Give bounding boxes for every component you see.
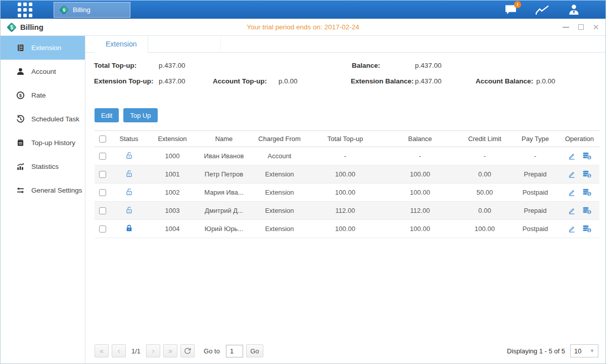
row-checkbox[interactable] [99,189,106,196]
chevron-down-icon: ▼ [590,348,594,353]
task-tab-label: Billing [73,6,90,14]
goto-page-input[interactable] [226,345,243,357]
table-row[interactable]: 1004 Юрий Юрь... Extension 100.00 100.00… [95,220,599,238]
svg-text:$: $ [10,24,13,30]
cell-pay-type: - [511,147,560,165]
tab-extension[interactable]: Extension [95,36,148,53]
window-title: Billing [20,23,43,31]
notebook-icon [16,139,25,147]
table-row[interactable]: 1003 Дмитрий Д... Extension 112.00 112.0… [95,202,599,220]
cell-charged-from: Extension [250,184,309,202]
coins-icon: $ [582,170,592,178]
prev-page-button[interactable]: ‹ [112,344,126,357]
cell-name: Юрий Юрь... [198,220,250,238]
top-up-row-button[interactable]: $ [582,206,592,215]
cell-total-topup: - [309,147,382,165]
billing-app-icon: $ [7,22,17,32]
sidebar-item-extension[interactable]: Extension [1,36,85,60]
extension-topup-value: p.437.00 [159,77,185,85]
cell-total-topup: 100.00 [309,220,382,238]
history-clock-icon [16,115,25,123]
edit-row-button[interactable] [568,189,576,197]
billing-summary: Total Top-up: p.437.00 Balance: p.437.00… [85,62,605,101]
sidebar-item-statistics[interactable]: Statistics [1,155,85,178]
account-topup-value: p.0.00 [278,77,298,85]
cell-balance: 100.00 [382,220,458,238]
cell-charged-from: Extension [250,165,309,184]
app-launcher-grid-icon[interactable] [18,3,32,17]
maximize-icon[interactable] [577,24,584,31]
row-checkbox[interactable] [99,153,106,160]
go-button[interactable]: Go [246,344,263,357]
sidebar-item-label: Account [31,68,56,75]
resource-monitor-button[interactable] [535,4,549,16]
edit-row-button[interactable] [568,207,576,215]
next-page-button[interactable]: › [146,344,160,357]
cell-extension: 1001 [147,165,198,184]
notification-badge: ! [514,1,521,8]
select-all-checkbox[interactable] [99,135,106,143]
cell-pay-type: Postpaid [511,220,560,238]
window-title-bar: $ Billing Your trial period ends on: 201… [1,19,605,36]
row-checkbox[interactable] [99,225,106,233]
edit-row-button[interactable] [568,170,576,178]
notifications-button[interactable]: ! [504,4,517,16]
pencil-icon [568,170,576,178]
status-unlocked-icon [125,206,133,214]
table-header-row: Status Extension Name Charged From Total… [95,131,599,147]
cell-total-topup: 112.00 [309,202,382,220]
cell-total-topup: 100.00 [309,184,382,202]
top-up-row-button[interactable]: $ [582,170,592,178]
page-indicator: 1/1 [131,347,141,355]
sidebar-item-label: Top-up History [31,139,75,147]
table-row[interactable]: 1001 Петр Петров Extension 100.00 100.00… [95,165,599,184]
table-row[interactable]: 1002 Мария Ива... Extension 100.00 100.0… [95,184,599,202]
minimize-icon[interactable] [562,24,569,31]
edit-row-button[interactable] [568,152,576,160]
close-icon[interactable]: ✕ [592,24,599,31]
account-topup-label: Account Top-up: [213,77,267,85]
transfer-arrows-icon [16,186,25,195]
page-size-select[interactable]: 10 ▼ [570,344,598,357]
sidebar-item-label: Rate [31,92,46,99]
sidebar-item-topup-history[interactable]: Top-up History [1,131,85,155]
sidebar-item-label: Extension [31,44,61,52]
first-page-button[interactable]: « [95,344,109,357]
edit-row-button[interactable] [568,225,576,233]
status-unlocked-icon [125,188,133,196]
top-up-row-button[interactable]: $ [582,224,592,233]
status-locked-icon [125,224,133,233]
edit-button[interactable]: Edit [95,108,119,122]
cell-balance: 100.00 [382,184,458,202]
cell-balance: 100.00 [382,165,458,184]
row-checkbox[interactable] [99,207,106,214]
cell-name: Иван Иванов [198,147,250,165]
sidebar-item-scheduled-task[interactable]: Scheduled Task [1,107,85,131]
sidebar-item-label: General Settings [31,187,82,194]
sidebar-item-general-settings[interactable]: General Settings [1,178,85,202]
coins-icon: $ [582,152,592,160]
row-checkbox[interactable] [99,171,106,178]
billing-task-tab[interactable]: $ Billing [54,2,130,18]
sidebar-item-rate[interactable]: $ Rate [1,83,85,107]
cell-extension: 1000 [147,147,198,165]
billing-diamond-icon: $ [59,5,69,15]
top-up-row-button[interactable]: $ [582,188,592,197]
table-row[interactable]: 1000 Иван Иванов Account - - - - $ [95,147,599,165]
tab-bar: Extension [85,36,605,53]
goto-label: Go to [204,347,220,355]
svg-text:$: $ [588,229,590,233]
cell-name: Петр Петров [198,165,250,184]
top-up-button[interactable]: Top Up [123,108,157,122]
pencil-icon [568,152,576,160]
cell-balance: - [382,147,458,165]
user-account-button[interactable] [568,4,580,16]
sidebar-item-account[interactable]: Account [1,60,85,83]
page-size-value: 10 [574,347,581,355]
top-up-row-button[interactable]: $ [582,152,592,160]
cell-credit-limit: 0.00 [458,165,511,184]
last-page-button[interactable]: » [163,344,177,357]
pencil-icon [568,189,576,197]
refresh-button[interactable] [180,344,195,357]
cell-balance: 112.00 [382,202,458,220]
